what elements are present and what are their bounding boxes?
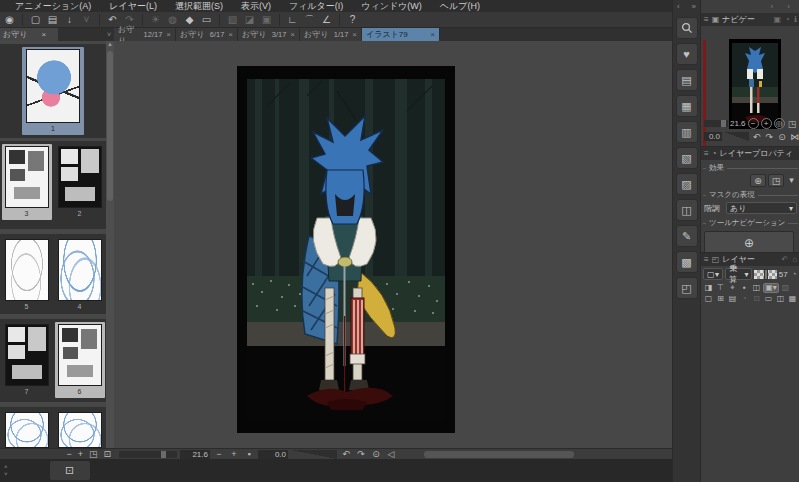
menu-selection[interactable]: 選択範囲(S) xyxy=(166,0,232,12)
doc-tab-close-icon[interactable]: × xyxy=(430,30,435,39)
page-manager-tab-close-icon[interactable]: × xyxy=(41,30,46,39)
doc-tab-close-icon[interactable]: × xyxy=(290,30,295,39)
page-item-2[interactable]: 2 xyxy=(55,144,105,220)
panel-menu-icon[interactable]: ≡ xyxy=(704,255,709,264)
reset-rotation-icon[interactable]: ⊙ xyxy=(370,449,382,459)
gradient-tool-icon[interactable]: ◪ xyxy=(242,13,257,26)
new-raster-layer-icon[interactable]: ▢ xyxy=(703,294,714,304)
page-item-1[interactable]: 1 xyxy=(22,47,84,135)
page-thumbnail[interactable] xyxy=(58,324,102,386)
zoom-in-icon[interactable]: + xyxy=(228,449,240,459)
zoom-in-pages-button[interactable]: + xyxy=(78,449,83,459)
page-thumbnail[interactable] xyxy=(5,324,49,386)
page-thumbnail[interactable] xyxy=(58,239,102,301)
lock-layer-icon[interactable]: ▪ xyxy=(739,283,750,293)
border-effect-icon[interactable]: ⊛ xyxy=(750,174,766,187)
expand-right-icon[interactable]: » xyxy=(692,2,696,11)
select-frame-icon[interactable]: ▭ xyxy=(199,13,214,26)
flip-horizontal-icon[interactable]: ◁ xyxy=(385,449,397,459)
layer-property-header[interactable]: ≡ ◔ レイヤープロパティ xyxy=(701,147,799,160)
page-item-7[interactable]: 7 xyxy=(2,322,52,398)
snap-curve-icon[interactable]: ⌒ xyxy=(302,13,317,26)
navigator-zoom-value[interactable]: 21.6 xyxy=(730,119,746,128)
collapse-up-icon[interactable]: ˄ xyxy=(4,464,8,471)
save-dropdown-icon[interactable]: ˅ xyxy=(79,13,94,26)
layer-home-icon[interactable]: ⌂ xyxy=(792,255,797,264)
page-thumbnail[interactable] xyxy=(5,412,49,448)
menu-help[interactable]: ヘルプ(H) xyxy=(431,0,489,12)
snap-ruler-icon[interactable]: ∟ xyxy=(285,13,300,26)
deselect-icon[interactable]: ☀ xyxy=(148,13,163,26)
subview-tab-icon[interactable]: ▣ xyxy=(774,15,782,24)
fit-to-screen-icon[interactable]: ▪ xyxy=(243,449,255,459)
fill-icon[interactable]: ◆ xyxy=(182,13,197,26)
canvas-horizontal-scrollbar[interactable] xyxy=(424,451,574,458)
apply-mask-icon[interactable]: ◫ xyxy=(775,294,786,304)
page-manager-scrollbar[interactable]: ▲ xyxy=(106,41,114,448)
doc-tab-omamori-3[interactable]: お守り 3/17 × xyxy=(238,28,300,41)
page-thumbnail[interactable] xyxy=(5,239,49,301)
material-window-button[interactable]: ◰ xyxy=(676,277,698,299)
doc-tab-close-icon[interactable]: × xyxy=(228,30,233,39)
collapse-left-icon[interactable]: ‹ xyxy=(677,2,680,11)
draft-layer-icon[interactable]: ⌖ xyxy=(727,283,738,293)
quick-access-button[interactable] xyxy=(676,17,698,39)
navigator-fit-icon[interactable]: ◎ xyxy=(774,118,785,129)
page-manager-tab[interactable]: お守り × xyxy=(0,28,58,41)
artwork-document[interactable] xyxy=(237,66,455,433)
blend-mode-dropdown[interactable]: 乗算 ▾ xyxy=(725,268,752,280)
panel-menu-icon[interactable]: ≡ xyxy=(704,15,709,24)
navigator-preview[interactable] xyxy=(729,39,781,129)
clip-at-layer-below-icon[interactable]: ◨ xyxy=(703,283,714,293)
scrollbar-thumb[interactable] xyxy=(107,51,113,201)
navigator-header[interactable]: ≡ ▣ ナビゲー ▣ ◔ ℹ xyxy=(701,13,799,26)
page-item-4[interactable]: 4 xyxy=(55,237,105,313)
item-bank-tab-icon[interactable]: ◔ xyxy=(785,15,790,24)
material-color-pattern-button[interactable]: ▦ xyxy=(676,95,698,117)
merge-with-lower-icon[interactable]: ⊡ xyxy=(751,294,762,304)
selection-launcher-button[interactable]: ⊡ xyxy=(50,461,90,480)
collapse-down-icon[interactable]: ˅ xyxy=(4,471,8,478)
info-tab-icon[interactable]: ℹ xyxy=(794,15,797,24)
material-image2-button[interactable]: ▨ xyxy=(676,173,698,195)
opacity-value[interactable]: 57 xyxy=(779,270,788,279)
navigator-flip-horizontal-icon[interactable]: ⋈ xyxy=(789,131,799,142)
scroll-up-icon[interactable]: ▲ xyxy=(106,41,114,47)
doc-tab-omamori-6[interactable]: お守り 6/17 × xyxy=(176,28,238,41)
layer-undo-icon[interactable]: ↶ xyxy=(781,255,788,264)
snap-line-icon[interactable]: ∠ xyxy=(319,13,334,26)
page-item-6[interactable]: 6 xyxy=(55,322,105,398)
opacity-slider-handle[interactable] xyxy=(764,269,768,280)
panel-menu-icon[interactable]: ≡ xyxy=(704,149,709,158)
page-item[interactable] xyxy=(2,410,52,450)
zoom-out-pages-button[interactable]: − xyxy=(66,449,71,459)
navigator-reset-rotation-icon[interactable]: ⊙ xyxy=(777,131,788,142)
material-monochrome-button[interactable]: ▥ xyxy=(676,121,698,143)
material-manga-button[interactable]: ▧ xyxy=(676,147,698,169)
rotate-cw-icon[interactable]: ↷ xyxy=(355,449,367,459)
material-image-button[interactable]: ▤ xyxy=(676,69,698,91)
navigator-rotation-value[interactable]: 0.0 xyxy=(704,132,722,141)
doc-tab-illust79-active[interactable]: イラスト79 × xyxy=(362,28,440,41)
effect-range-dropdown[interactable]: ▢ ▾ xyxy=(703,268,723,280)
delete-layer-icon[interactable]: ▦ xyxy=(787,294,798,304)
new-folder-icon[interactable]: ▤ xyxy=(727,294,738,304)
page-item-3[interactable]: 3 xyxy=(2,144,52,220)
doc-tab-omamori-1[interactable]: お守り 1/17 × xyxy=(300,28,362,41)
zoom-out-icon[interactable]: − xyxy=(213,449,225,459)
reselect-icon[interactable]: ◍ xyxy=(165,13,180,26)
launcher-icon[interactable]: ⊡ xyxy=(103,449,111,459)
page-manager-tab-menu-icon[interactable]: ˅ xyxy=(58,28,114,41)
save-file-icon[interactable]: ↓ xyxy=(62,13,77,26)
link-icon[interactable]: ◳ xyxy=(89,449,98,459)
enable-mask-icon[interactable]: ▨ xyxy=(780,283,791,293)
doc-tab-close-icon[interactable]: × xyxy=(166,30,171,39)
layer-panel-header[interactable]: ≡ ◰ レイヤー ↶ ⌂ xyxy=(701,253,799,266)
material-photo-button[interactable]: ▩ xyxy=(676,251,698,273)
new-vector-layer-icon[interactable]: ⊞ xyxy=(715,294,726,304)
navigator-zoom-out-icon[interactable]: − xyxy=(748,118,759,129)
lock-transparent-icon[interactable]: ◫ xyxy=(751,283,762,293)
command-bar-arrows[interactable]: ˄ ˅ xyxy=(0,464,12,478)
page-thumbnail[interactable] xyxy=(26,49,80,123)
navigator-extra-icon[interactable]: ◳ xyxy=(787,118,798,129)
